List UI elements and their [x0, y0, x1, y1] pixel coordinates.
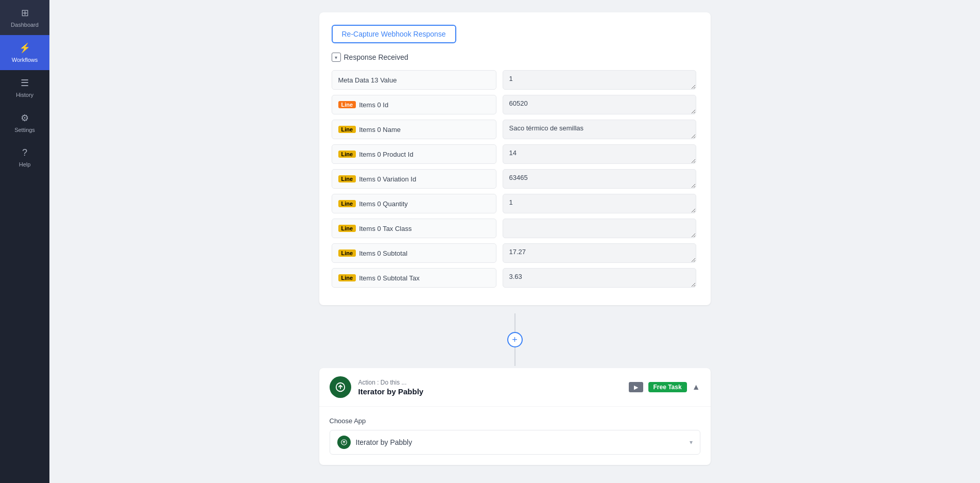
sidebar-item-history[interactable]: ☰ History [0, 70, 49, 105]
webhook-card: Re-Capture Webhook Response ▾ Response R… [319, 12, 711, 305]
select-chevron-icon: ▾ [690, 439, 693, 446]
field-label-metadata: Meta Data 13 Value [332, 70, 496, 90]
sidebar-label-history: History [16, 92, 33, 98]
field-row-1: LineItems 0 Name [332, 120, 696, 139]
field-row-6: LineItems 0 Subtotal [332, 243, 696, 263]
dashboard-icon: ⊞ [21, 7, 29, 19]
badge-1: Line [338, 126, 356, 133]
badge-3: Line [338, 175, 356, 182]
choose-app-label: Choose App [330, 417, 700, 425]
app-select-text: Iterator by Pabbly [356, 438, 684, 446]
connector-line-bottom [514, 347, 515, 366]
chevron-down-icon[interactable]: ▾ [332, 53, 341, 62]
label-text-0: Items 0 Id [359, 101, 388, 109]
metadata-label-text: Meta Data 13 Value [338, 76, 397, 84]
field-row-7: LineItems 0 Subtotal Tax [332, 268, 696, 288]
sidebar-item-help[interactable]: ? Help [0, 140, 49, 175]
label-text-1: Items 0 Name [359, 126, 401, 134]
add-step-button[interactable]: + [507, 332, 523, 347]
field-row-2: LineItems 0 Product Id [332, 144, 696, 164]
action-header: Action : Do this ... Iterator by Pabbly … [319, 368, 711, 407]
recapture-button[interactable]: Re-Capture Webhook Response [332, 25, 456, 43]
action-card: Action : Do this ... Iterator by Pabbly … [319, 368, 711, 465]
sidebar-label-dashboard: Dashboard [11, 22, 39, 28]
field-label-2: LineItems 0 Product Id [332, 144, 496, 164]
free-task-badge: Free Task [648, 382, 687, 392]
badge-7: Line [338, 274, 356, 281]
badge-2: Line [338, 151, 356, 158]
field-row-4: LineItems 0 Quantity [332, 194, 696, 213]
connector: + [70, 313, 959, 366]
sidebar-label-workflows: Workflows [12, 57, 38, 63]
connector-line-top [514, 313, 515, 332]
action-body: Choose App Iterator by Pabbly ▾ [319, 407, 711, 465]
field-value-4[interactable] [503, 194, 696, 213]
badge-5: Line [338, 225, 356, 232]
action-title: Iterator by Pabbly [358, 387, 622, 396]
sidebar-item-workflows[interactable]: ⚡ Workflows [0, 35, 49, 70]
response-received-label: Response Received [344, 53, 408, 61]
badge-6: Line [338, 249, 356, 257]
label-text-7: Items 0 Subtotal Tax [359, 274, 420, 282]
sidebar-label-settings: Settings [14, 127, 35, 133]
iterator-icon [335, 381, 346, 393]
label-text-4: Items 0 Quantity [359, 200, 408, 208]
label-text-2: Items 0 Product Id [359, 151, 414, 158]
workflows-icon: ⚡ [19, 42, 30, 54]
field-value-metadata[interactable] [503, 70, 696, 90]
sidebar-item-dashboard[interactable]: ⊞ Dashboard [0, 0, 49, 35]
field-label-3: LineItems 0 Variation Id [332, 169, 496, 189]
field-value-1[interactable] [503, 120, 696, 139]
fields-container: Meta Data 13 Value LineItems 0 IdLineIte… [332, 70, 698, 293]
action-meta: Action : Do this ... Iterator by Pabbly [358, 379, 622, 396]
field-label-1: LineItems 0 Name [332, 120, 496, 139]
label-text-6: Items 0 Subtotal [359, 249, 407, 257]
field-row-5: LineItems 0 Tax Class [332, 219, 696, 238]
field-value-7[interactable] [503, 268, 696, 288]
response-received-row: ▾ Response Received [332, 53, 698, 62]
dynamic-fields: LineItems 0 IdLineItems 0 NameLineItems … [332, 95, 696, 288]
collapse-icon[interactable]: ▲ [692, 382, 700, 392]
app-select-dropdown[interactable]: Iterator by Pabbly ▾ [330, 430, 700, 455]
field-value-5[interactable] [503, 219, 696, 238]
help-icon: ? [22, 147, 27, 158]
label-text-3: Items 0 Variation Id [359, 175, 416, 183]
action-subtitle: Action : Do this ... [358, 379, 622, 386]
field-label-4: LineItems 0 Quantity [332, 194, 496, 213]
history-icon: ☰ [21, 77, 29, 89]
field-label-7: LineItems 0 Subtotal Tax [332, 268, 496, 288]
field-row-0: LineItems 0 Id [332, 95, 696, 114]
sidebar: ⊞ Dashboard ⚡ Workflows ☰ History ⚙ Sett… [0, 0, 49, 483]
field-value-0[interactable] [503, 95, 696, 114]
field-row-3: LineItems 0 Variation Id [332, 169, 696, 189]
app-icon-inner [340, 439, 348, 446]
field-label-6: LineItems 0 Subtotal [332, 243, 496, 263]
main-content: Re-Capture Webhook Response ▾ Response R… [49, 0, 980, 483]
label-text-5: Items 0 Tax Class [359, 225, 411, 232]
field-label-5: LineItems 0 Tax Class [332, 219, 496, 238]
video-icon[interactable]: ▶ [629, 382, 643, 392]
settings-icon: ⚙ [21, 112, 29, 124]
badge-4: Line [338, 200, 356, 207]
app-select-icon [337, 436, 351, 449]
field-value-2[interactable] [503, 144, 696, 164]
field-row-metadata: Meta Data 13 Value [332, 70, 696, 90]
sidebar-item-settings[interactable]: ⚙ Settings [0, 105, 49, 140]
field-label-0: LineItems 0 Id [332, 95, 496, 114]
field-value-3[interactable] [503, 169, 696, 189]
action-controls: ▶ Free Task ▲ [629, 382, 700, 392]
sidebar-label-help: Help [19, 161, 31, 168]
action-app-icon [330, 376, 351, 398]
badge-0: Line [338, 101, 356, 108]
field-value-6[interactable] [503, 243, 696, 263]
